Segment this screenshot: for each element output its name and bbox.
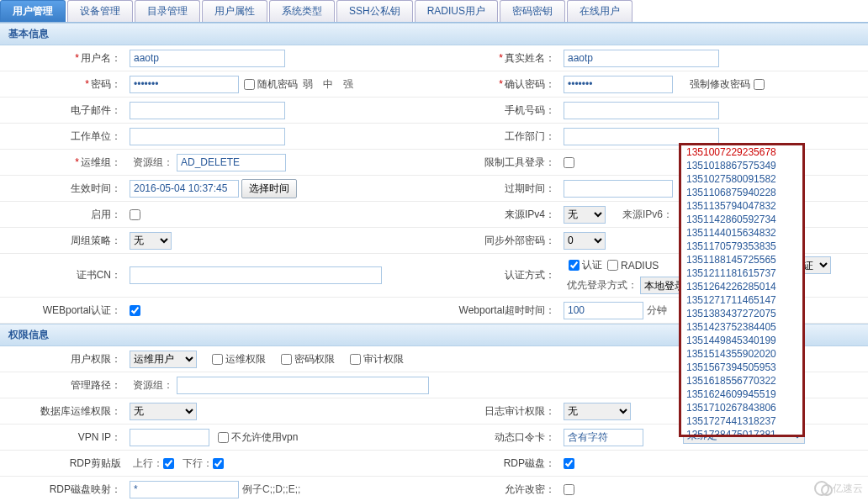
dropdown-item[interactable]: 1351618556770322 [681,374,802,388]
dropdown-item[interactable]: 1351514355902020 [681,347,802,361]
label-dbperm: 数据库运维权限： [0,398,126,424]
webportal-checkbox[interactable] [130,305,140,316]
watermark: 亿速云 [814,481,863,496]
token-dropdown[interactable]: 1351007229235678135101886757534913510275… [679,143,805,437]
label-authmode: 认证方式： [434,254,560,297]
dyntoken-input[interactable] [564,429,643,446]
syncext-select[interactable]: 0 [564,232,606,250]
label-dyntoken: 动态口令卡： [434,425,560,450]
force-change-checkbox[interactable] [754,79,765,90]
realname-input[interactable] [564,50,719,67]
expiretime-input[interactable] [564,180,673,198]
email-input[interactable] [130,102,285,119]
dropdown-item[interactable]: 1351170579353835 [681,240,802,253]
userperm-select[interactable]: 运维用户 [130,351,197,368]
label-srcip4: 来源IPv4： [434,202,560,227]
label-restrict: 限制工具登录： [434,150,560,175]
label-rdpmap: RDP磁盘映射： [0,477,126,501]
dropdown-item[interactable]: 1351211181615737 [681,266,802,280]
opperm-checkbox[interactable] [212,354,223,365]
dropdown-item[interactable]: 1351135794047832 [681,199,802,213]
tab-device-mgmt[interactable]: 设备管理 [67,0,133,22]
label-certcn: 证书CN： [0,254,126,297]
rdp-up-checkbox[interactable] [163,458,174,469]
enable-checkbox[interactable] [130,209,140,220]
label-mgmtpath: 管理路径： [0,372,126,398]
force-change-label: 强制修改密码 [690,77,750,92]
tab-user-attr[interactable]: 用户属性 [202,0,267,22]
label-opgroup: 运维组： [0,150,126,175]
tab-user-mgmt[interactable]: 用户管理 [0,0,66,22]
webtimeout-unit: 分钟 [647,303,667,318]
tab-online-user[interactable]: 在线用户 [567,0,632,22]
allowmod-checkbox[interactable] [564,484,574,495]
tab-pwd-key[interactable]: 密码密钥 [500,0,565,22]
vpnip-input[interactable] [130,429,209,446]
dropdown-item[interactable]: 1351144015634832 [681,226,802,240]
auth-radius-checkbox[interactable] [607,260,618,271]
restrict-checkbox[interactable] [564,157,574,168]
label-email: 电子邮件： [0,98,126,123]
dropdown-item[interactable]: 1351449845340199 [681,334,802,347]
dropdown-item[interactable]: 1351624609945519 [681,388,802,401]
dropdown-item[interactable]: 1351188145725565 [681,253,802,266]
section-basic-info: 基本信息 [0,23,868,45]
label-company: 工作单位： [0,124,126,149]
label-rdpdisk: RDP磁盘： [434,451,560,476]
tab-ssh-key[interactable]: SSH公私钥 [336,0,413,22]
webtimeout-input[interactable] [564,302,643,319]
dropdown-item[interactable]: 1351027580091582 [681,172,802,186]
label-syncext: 同步外部密码： [434,228,560,253]
dropdown-item[interactable]: 1351567394505953 [681,361,802,374]
label-username: 用户名： [0,45,126,71]
dropdown-item[interactable]: 1351018867575349 [681,159,802,172]
novpn-checkbox[interactable] [218,432,229,443]
label-confirm: 确认密码： [434,71,560,97]
starttime-input[interactable] [130,180,239,198]
certcn-input[interactable] [130,266,382,284]
auditperm-checkbox[interactable] [350,354,361,365]
auth-cert-checkbox[interactable] [569,260,580,271]
random-pwd-label: 随机密码 [257,77,298,92]
rdpmap-input[interactable] [130,481,239,498]
tab-sys-type[interactable]: 系统类型 [269,0,335,22]
rdp-down-checkbox[interactable] [213,458,224,469]
username-input[interactable] [130,50,285,67]
pwdperm-checkbox[interactable] [281,354,292,365]
dropdown-item[interactable]: 1351423752384405 [681,320,802,334]
resgroup-input[interactable] [177,154,286,171]
mobile-input[interactable] [564,102,719,119]
weekpolicy-select[interactable]: 无 [130,232,172,250]
label-enable: 启用： [0,202,126,227]
password-input[interactable] [130,76,239,93]
dropdown-item[interactable]: 1351264226285014 [681,280,802,293]
label-userperm: 用户权限： [0,346,126,372]
logperm-select[interactable]: 无 [564,403,631,420]
tab-dir-mgmt[interactable]: 目录管理 [135,0,200,22]
mgmtpath-input[interactable] [177,377,429,394]
random-pwd-checkbox[interactable] [244,79,255,90]
tab-radius-user[interactable]: RADIUS用户 [415,0,498,22]
dropdown-item[interactable]: 1351271711465147 [681,293,802,307]
label-allowmod: 允许改密： [434,477,560,501]
company-input[interactable] [130,128,285,145]
label-webtimeout: Webportal超时时间： [434,298,560,323]
dbperm-select[interactable]: 无 [130,403,197,420]
label-password: 密码： [0,71,126,97]
dropdown-item[interactable]: 1351142860592734 [681,213,802,226]
label-resgroup: 资源组： [133,156,173,170]
label-rdpclip: RDP剪贴版 [0,451,126,476]
confirm-input[interactable] [564,76,673,93]
srcip4-select[interactable]: 无 [564,206,606,224]
label-start: 生效时间： [0,176,126,201]
label-loginmode: 优先登录方式： [567,278,638,293]
dropdown-item[interactable]: 1351710267843806 [681,401,802,414]
dropdown-item[interactable]: 1351727441318237 [681,414,802,428]
select-time-button[interactable]: 选择时间 [241,179,297,198]
dropdown-item[interactable]: 1351738475017381 [681,428,802,437]
dropdown-item[interactable]: 1351007229235678 [681,145,802,159]
pwd-strength: 弱中强 [298,77,358,92]
dropdown-item[interactable]: 1351106875940228 [681,186,802,199]
dropdown-item[interactable]: 1351383437272075 [681,307,802,320]
rdpdisk-checkbox[interactable] [564,458,574,469]
